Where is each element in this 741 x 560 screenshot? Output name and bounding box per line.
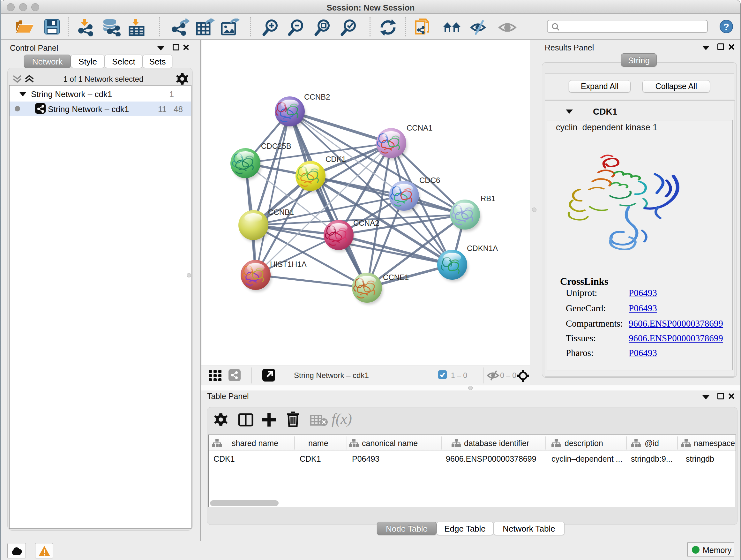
svg-text:CCNA1: CCNA1 [407,124,432,132]
svg-text:CDC6: CDC6 [419,176,440,185]
svg-text:RB1: RB1 [481,194,495,203]
svg-text:CCNB2: CCNB2 [304,92,330,101]
svg-text:CDK1: CDK1 [326,155,346,164]
svg-text:HIST1H1A: HIST1H1A [270,260,307,268]
svg-text:CCNB1: CCNB1 [268,208,294,216]
svg-text:CDKN1A: CDKN1A [467,244,498,253]
svg-text:CDC25B: CDC25B [261,142,291,150]
svg-text:CCNA2: CCNA2 [353,219,379,227]
svg-text:CCNE1: CCNE1 [383,273,409,282]
